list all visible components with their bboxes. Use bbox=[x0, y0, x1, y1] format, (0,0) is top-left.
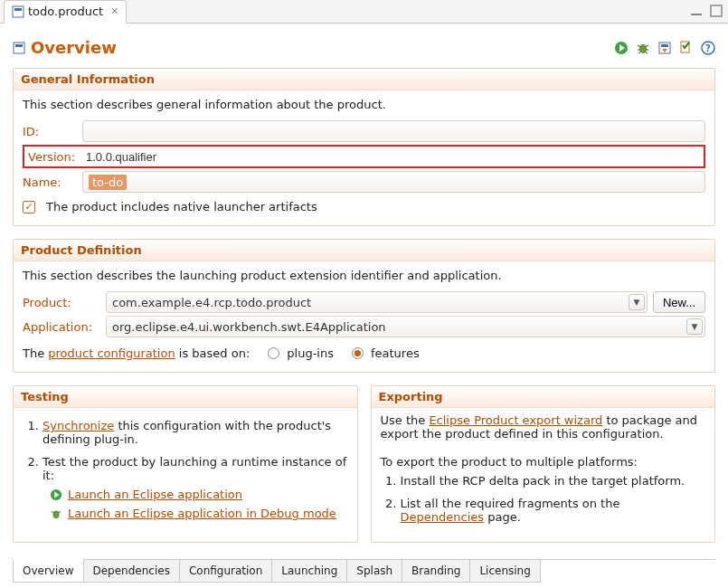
page-header: Overview ? bbox=[13, 38, 715, 57]
exporting-step-1: Install the RCP delta pack in the target… bbox=[401, 474, 706, 488]
exporting-step-2: List all the required fragments on the D… bbox=[401, 497, 706, 524]
maximize-icon[interactable] bbox=[710, 5, 723, 17]
launch-run-row: Launch an Eclipse application bbox=[50, 488, 348, 501]
tab-launching[interactable]: Launching bbox=[271, 560, 347, 583]
launch-run-link[interactable]: Launch an Eclipse application bbox=[68, 488, 242, 501]
section-body-testing: Synchronize this configuration with the … bbox=[14, 408, 357, 538]
label-id: ID: bbox=[23, 125, 77, 138]
svg-rect-16 bbox=[661, 44, 668, 47]
svg-text:?: ? bbox=[705, 43, 711, 53]
label-version: Version: bbox=[24, 150, 75, 164]
definition-desc: This section describes the launching pro… bbox=[23, 269, 705, 282]
page-bottom-tabs: Overview Dependencies Configuration Laun… bbox=[13, 559, 715, 583]
dependencies-link[interactable]: Dependencies bbox=[401, 510, 485, 524]
svg-rect-1 bbox=[14, 8, 22, 11]
native-artifacts-checkbox[interactable] bbox=[23, 201, 35, 213]
testing-step-2: Test the product by launching a runtime … bbox=[43, 455, 348, 520]
radio-icon bbox=[268, 347, 279, 359]
minimize-icon[interactable] bbox=[690, 5, 703, 17]
page-title-text: Overview bbox=[31, 38, 117, 57]
section-title-testing: Testing bbox=[14, 386, 357, 408]
exporting-line1: Use the Eclipse Product export wizard to… bbox=[381, 413, 706, 441]
svg-rect-2 bbox=[691, 14, 702, 15]
run-icon[interactable] bbox=[614, 41, 629, 55]
tab-splash[interactable]: Splash bbox=[346, 560, 402, 583]
row-product: Product: com.example.e4.rcp.todo.product… bbox=[23, 291, 705, 313]
new-product-button[interactable]: New... bbox=[653, 291, 705, 313]
synchronize-link[interactable]: Synchronize bbox=[43, 419, 114, 432]
application-select[interactable]: org.eclipse.e4.ui.workbench.swt.E4Applic… bbox=[106, 316, 705, 337]
section-body-general: This section describes general informati… bbox=[14, 90, 714, 225]
tab-licensing[interactable]: Licensing bbox=[469, 560, 540, 583]
row-based-on: The product configuration is based on: p… bbox=[23, 346, 705, 360]
section-product-definition: Product Definition This section describe… bbox=[13, 239, 715, 373]
row-id: ID: bbox=[23, 120, 705, 142]
row-version: Version: bbox=[23, 145, 705, 168]
exporting-steps: Install the RCP delta pack in the target… bbox=[381, 474, 706, 524]
radio-plugins-label: plug-ins bbox=[287, 346, 334, 360]
svg-line-13 bbox=[638, 52, 641, 53]
section-general-information: General Information This section describ… bbox=[13, 68, 715, 226]
label-product: Product: bbox=[23, 296, 100, 309]
section-body-definition: This section describes the launching pro… bbox=[14, 261, 714, 372]
svg-line-14 bbox=[645, 52, 648, 53]
svg-marker-17 bbox=[662, 49, 667, 52]
name-field[interactable]: to-do bbox=[82, 171, 705, 193]
run-icon bbox=[50, 488, 62, 501]
chevron-down-icon: ▼ bbox=[629, 294, 645, 310]
general-desc: This section describes general informati… bbox=[23, 98, 705, 111]
radio-features[interactable]: features bbox=[352, 346, 420, 360]
row-name: Name: to-do bbox=[23, 171, 705, 193]
page-toolbar: ? bbox=[614, 41, 715, 55]
tab-overview[interactable]: Overview bbox=[13, 559, 84, 583]
product-select-value: com.example.e4.rcp.todo.product bbox=[112, 296, 311, 309]
based-on-text: The product configuration is based on: bbox=[23, 346, 250, 360]
chevron-down-icon: ▼ bbox=[686, 318, 703, 335]
section-body-exporting: Use the Eclipse Product export wizard to… bbox=[372, 408, 715, 542]
editor-tab[interactable]: todo.product ✕ bbox=[4, 0, 127, 24]
svg-rect-3 bbox=[711, 5, 722, 16]
id-field[interactable] bbox=[82, 120, 705, 142]
page-body: Overview ? General Information This sect… bbox=[0, 24, 728, 588]
radio-icon bbox=[352, 347, 364, 359]
tab-configuration[interactable]: Configuration bbox=[179, 560, 272, 583]
two-column-row: Testing Synchronize this configuration w… bbox=[13, 385, 715, 555]
overview-icon bbox=[13, 42, 25, 54]
exporting-line2: To export the product to multiple platfo… bbox=[381, 455, 706, 469]
product-select[interactable]: com.example.e4.rcp.todo.product ▼ bbox=[106, 291, 648, 313]
svg-rect-5 bbox=[15, 44, 23, 47]
radio-features-label: features bbox=[371, 346, 420, 360]
label-name: Name: bbox=[23, 175, 77, 189]
application-select-value: org.eclipse.e4.ui.workbench.swt.E4Applic… bbox=[112, 320, 386, 334]
launch-debug-link[interactable]: Launch an Eclipse application in Debug m… bbox=[68, 507, 336, 520]
debug-icon bbox=[50, 507, 62, 520]
section-testing: Testing Synchronize this configuration w… bbox=[13, 385, 358, 543]
section-title-definition: Product Definition bbox=[14, 240, 714, 261]
svg-point-23 bbox=[53, 510, 60, 518]
row-application: Application: org.eclipse.e4.ui.workbench… bbox=[23, 316, 705, 337]
tab-dependencies[interactable]: Dependencies bbox=[83, 560, 180, 583]
tab-branding[interactable]: Branding bbox=[402, 560, 470, 583]
validate-icon[interactable] bbox=[679, 41, 694, 55]
name-value: to-do bbox=[89, 175, 127, 190]
export-wizard-link[interactable]: Eclipse Product export wizard bbox=[429, 413, 602, 427]
section-title-exporting: Exporting bbox=[372, 386, 715, 408]
editor-tab-label: todo.product bbox=[28, 5, 103, 18]
tabbar-controls bbox=[690, 5, 723, 17]
launch-debug-row: Launch an Eclipse application in Debug m… bbox=[50, 507, 348, 520]
testing-step-1: Synchronize this configuration with the … bbox=[43, 419, 348, 446]
svg-rect-4 bbox=[14, 43, 24, 53]
product-file-icon bbox=[12, 5, 24, 18]
product-configuration-link[interactable]: product configuration bbox=[48, 346, 175, 360]
row-native-artifacts: The product includes native launcher art… bbox=[23, 200, 705, 213]
help-icon[interactable]: ? bbox=[701, 41, 715, 55]
version-field[interactable] bbox=[80, 147, 704, 166]
svg-rect-0 bbox=[13, 6, 24, 17]
debug-icon[interactable] bbox=[636, 41, 650, 55]
export-wizard-icon[interactable] bbox=[657, 41, 672, 55]
radio-plugins[interactable]: plug-ins bbox=[268, 346, 334, 360]
close-icon[interactable]: ✕ bbox=[107, 5, 118, 17]
section-exporting: Exporting Use the Eclipse Product export… bbox=[371, 385, 716, 543]
label-application: Application: bbox=[23, 320, 100, 334]
section-title-general: General Information bbox=[14, 69, 714, 90]
